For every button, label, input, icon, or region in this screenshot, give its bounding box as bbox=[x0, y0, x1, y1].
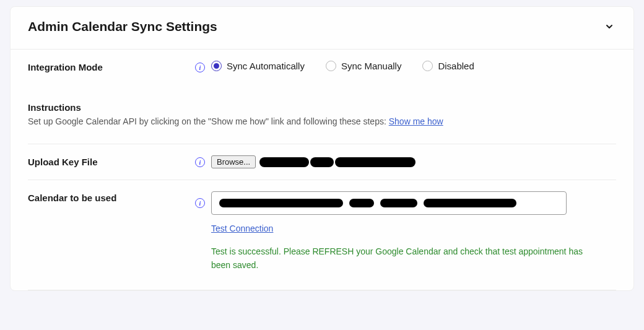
instructions-body: Set up Google Calendar API by clicking o… bbox=[28, 116, 389, 126]
calendar-used-field: i Test Connection Test is successful. Pl… bbox=[195, 191, 616, 272]
redacted-value bbox=[380, 199, 417, 207]
calendar-used-col: Test Connection Test is successful. Plea… bbox=[211, 191, 595, 272]
redacted-value bbox=[219, 199, 343, 207]
redacted-value bbox=[349, 199, 374, 207]
instructions-text: Set up Google Calendar API by clicking o… bbox=[28, 116, 616, 126]
upload-key-label: Upload Key File bbox=[28, 155, 195, 167]
calendar-used-row: Calendar to be used i Test Connection Te… bbox=[28, 180, 616, 290]
file-input-wrap: Browse... bbox=[211, 155, 416, 168]
card-body: Integration Mode i Sync Automatically Sy… bbox=[11, 50, 633, 290]
test-connection-link[interactable]: Test Connection bbox=[211, 224, 273, 233]
redacted-filename bbox=[310, 157, 334, 167]
integration-mode-row: Integration Mode i Sync Automatically Sy… bbox=[28, 50, 616, 84]
upload-key-field: i Browse... bbox=[195, 155, 616, 168]
info-icon[interactable]: i bbox=[195, 63, 205, 72]
instructions-title: Instructions bbox=[28, 102, 616, 113]
test-success-message: Test is successful. Please REFRESH your … bbox=[211, 245, 595, 272]
calendar-used-label: Calendar to be used bbox=[28, 191, 195, 203]
radio-circle-icon bbox=[326, 61, 336, 71]
radio-circle-icon bbox=[211, 61, 222, 71]
redacted-filename bbox=[335, 157, 416, 167]
integration-mode-radios: Sync Automatically Sync Manually Disable… bbox=[211, 61, 474, 71]
radio-label: Sync Manually bbox=[341, 61, 402, 71]
redacted-value bbox=[424, 199, 516, 207]
radio-circle-icon bbox=[422, 61, 433, 71]
upload-key-row: Upload Key File i Browse... bbox=[28, 144, 616, 180]
collapse-toggle[interactable] bbox=[603, 20, 616, 33]
info-icon[interactable]: i bbox=[195, 198, 205, 208]
radio-disabled[interactable]: Disabled bbox=[422, 61, 474, 71]
redacted-filename bbox=[259, 157, 309, 167]
radio-label: Disabled bbox=[438, 61, 474, 71]
info-icon[interactable]: i bbox=[195, 157, 205, 167]
instructions-block: Instructions Set up Google Calendar API … bbox=[28, 84, 616, 144]
radio-sync-auto[interactable]: Sync Automatically bbox=[211, 61, 305, 71]
calendar-id-input[interactable] bbox=[211, 191, 567, 215]
browse-button[interactable]: Browse... bbox=[211, 155, 256, 168]
show-me-how-link[interactable]: Show me how bbox=[389, 116, 443, 126]
card-header: Admin Calendar Sync Settings bbox=[11, 7, 633, 50]
card-title: Admin Calendar Sync Settings bbox=[28, 19, 217, 34]
settings-card: Admin Calendar Sync Settings Integration… bbox=[10, 6, 634, 291]
radio-sync-manual[interactable]: Sync Manually bbox=[326, 61, 402, 71]
integration-mode-field: i Sync Automatically Sync Manually Disab… bbox=[195, 61, 616, 72]
integration-mode-label: Integration Mode bbox=[28, 61, 195, 72]
radio-label: Sync Automatically bbox=[227, 61, 305, 71]
chevron-down-icon bbox=[605, 22, 614, 31]
